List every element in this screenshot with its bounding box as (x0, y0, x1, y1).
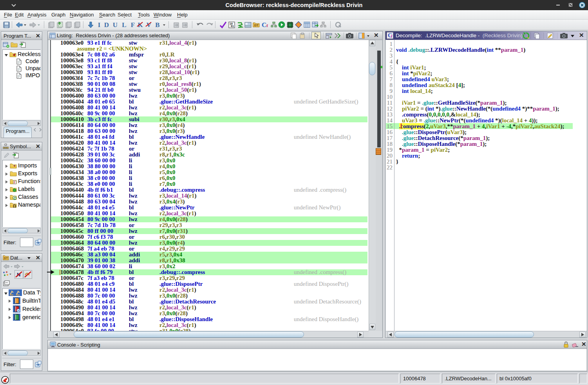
svg-text:DT: DT (4, 256, 8, 260)
svg-text:01: 01 (231, 25, 234, 28)
svg-text:DT: DT (254, 24, 259, 27)
svg-text:C: C (14, 196, 16, 200)
svg-text:{}: {} (13, 204, 16, 208)
svg-text:f: f (14, 181, 15, 184)
